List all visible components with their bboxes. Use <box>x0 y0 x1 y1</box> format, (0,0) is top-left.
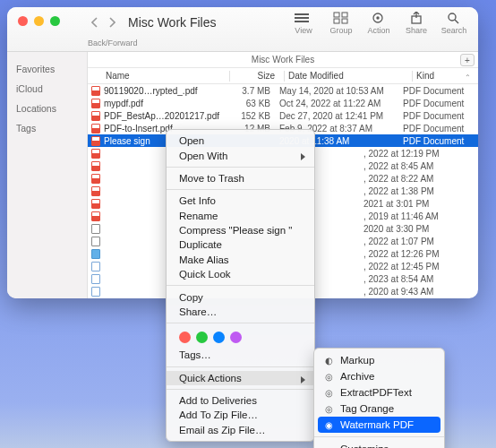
file-row[interactable]: 90119020…rypted_.pdf3.7 MBMay 14, 2020 a… <box>88 84 478 97</box>
menu-duplicate[interactable]: Duplicate <box>167 237 314 252</box>
col-kind[interactable]: Kind⌃ <box>416 71 478 81</box>
file-name: 90119020…rypted_.pdf <box>104 86 229 96</box>
sort-chevron-icon: ⌃ <box>465 73 471 82</box>
menu-open-with[interactable]: Open With <box>167 148 314 162</box>
file-row[interactable]: PDF_BestAp…20201217.pdf152 KBDec 27, 202… <box>88 109 478 122</box>
tag-icon: ◎ <box>323 403 335 415</box>
menu-trash[interactable]: Move to Trash <box>167 171 314 185</box>
qa-markup[interactable]: ◐Markup <box>314 352 444 368</box>
quick-actions-submenu: ◐Markup ◎Archive ◎ExtractPDFText ◎Tag Or… <box>313 348 445 448</box>
svg-rect-4 <box>342 13 347 17</box>
file-icon <box>88 186 104 196</box>
file-icon <box>88 224 104 234</box>
menu-separator <box>314 436 444 437</box>
menu-add-deliveries[interactable]: Add to Deliveries <box>167 393 314 408</box>
markup-icon: ◐ <box>323 355 335 366</box>
action-button[interactable]: Action <box>363 11 394 35</box>
menu-separator <box>167 366 314 367</box>
menu-rename[interactable]: Rename <box>167 209 314 223</box>
file-date: Oct 24, 2022 at 11:22 AM <box>279 99 403 108</box>
titlebar: Misc Work Files View Group Action <box>7 7 478 52</box>
svg-rect-3 <box>334 13 339 17</box>
menu-quick-look[interactable]: Quick Look <box>167 267 314 281</box>
sidebar-item-tags[interactable]: Tags <box>16 118 87 138</box>
col-date[interactable]: Date Modified <box>288 71 412 81</box>
tag-purple[interactable] <box>230 332 242 343</box>
qa-tag-orange[interactable]: ◎Tag Orange <box>314 401 444 417</box>
file-name: PDF_BestAp…20201217.pdf <box>104 111 229 121</box>
back-button[interactable] <box>88 14 102 30</box>
menu-separator <box>167 189 314 190</box>
archive-icon: ◎ <box>323 371 335 383</box>
menu-email-zip[interactable]: Email as Zip File… <box>167 423 314 437</box>
file-kind: PDF Document <box>403 86 478 96</box>
forward-button[interactable] <box>105 14 119 30</box>
group-button[interactable]: Group <box>326 11 356 35</box>
file-icon <box>88 199 104 209</box>
menu-quick-actions[interactable]: Quick Actions <box>167 371 314 385</box>
file-size: 3.7 MB <box>229 86 279 96</box>
menu-separator <box>167 323 314 323</box>
file-icon <box>88 174 104 184</box>
svg-point-10 <box>449 13 456 21</box>
svg-rect-5 <box>334 19 339 23</box>
svg-rect-2 <box>295 21 309 22</box>
extract-icon: ◎ <box>323 387 335 399</box>
file-icon <box>88 211 104 221</box>
menu-make-alias[interactable]: Make Alias <box>167 253 314 267</box>
sidebar-item-favorites[interactable]: Favorites <box>16 59 87 79</box>
tag-green[interactable] <box>196 332 208 343</box>
menu-open[interactable]: Open <box>167 134 314 148</box>
svg-rect-6 <box>342 19 347 23</box>
file-icon <box>88 86 104 96</box>
path-bar: Misc Work Files + <box>88 52 478 68</box>
view-button[interactable]: View <box>288 11 319 35</box>
file-row[interactable]: mypdf.pdf63 KBOct 24, 2022 at 11:22 AMPD… <box>88 97 478 109</box>
context-menu: Open Open With Move to Trash Get Info Re… <box>166 129 315 442</box>
menu-get-info[interactable]: Get Info <box>167 194 314 208</box>
close-window-button[interactable] <box>18 16 28 26</box>
menu-tag-colors <box>167 327 314 348</box>
file-icon <box>88 237 104 246</box>
share-button[interactable]: Share <box>401 11 432 35</box>
file-kind: PDF Document <box>403 124 478 134</box>
toolbar: Misc Work Files View Group Action <box>88 7 478 52</box>
col-size[interactable]: Size <box>234 71 284 81</box>
file-size: 63 KB <box>229 99 279 108</box>
file-kind: PDF Document <box>403 99 478 108</box>
menu-add-zip[interactable]: Add To Zip File… <box>167 408 314 422</box>
file-icon <box>88 274 104 284</box>
sidebar-item-locations[interactable]: Locations <box>16 99 87 118</box>
file-icon <box>88 149 104 159</box>
qa-watermark[interactable]: ◉Watermark PDF <box>318 417 440 433</box>
file-icon <box>88 124 104 134</box>
svg-rect-1 <box>295 17 309 19</box>
file-size: 152 KB <box>229 111 279 121</box>
nav-caption: Back/Forward <box>88 39 138 47</box>
zoom-window-button[interactable] <box>50 16 60 26</box>
minimize-window-button[interactable] <box>34 16 44 26</box>
add-tab-button[interactable]: + <box>460 54 475 66</box>
sidebar-item-icloud[interactable]: iCloud <box>16 79 87 99</box>
file-icon <box>88 262 104 271</box>
qa-customize[interactable]: Customize… <box>314 441 444 448</box>
qa-archive[interactable]: ◎Archive <box>314 368 444 384</box>
menu-compress[interactable]: Compress "Please sign " <box>167 223 314 237</box>
search-button[interactable]: Search <box>439 11 469 35</box>
menu-share[interactable]: Share… <box>167 305 314 319</box>
file-icon <box>88 111 104 121</box>
file-kind: PDF Document <box>403 111 478 121</box>
col-name[interactable]: Name <box>104 71 229 81</box>
file-date: Dec 27, 2020 at 12:41 PM <box>279 111 403 121</box>
sidebar: Favorites iCloud Locations Tags <box>7 52 88 298</box>
tag-red[interactable] <box>179 332 191 343</box>
svg-rect-0 <box>295 13 309 15</box>
qa-extract[interactable]: ◎ExtractPDFText <box>314 384 444 401</box>
path-title: Misc Work Files <box>252 55 314 65</box>
tag-blue[interactable] <box>213 332 225 343</box>
menu-copy[interactable]: Copy <box>167 289 314 304</box>
file-icon <box>88 161 104 171</box>
file-icon <box>88 249 104 259</box>
menu-tags[interactable]: Tags… <box>167 348 314 362</box>
window-title: Misc Work Files <box>128 15 217 30</box>
